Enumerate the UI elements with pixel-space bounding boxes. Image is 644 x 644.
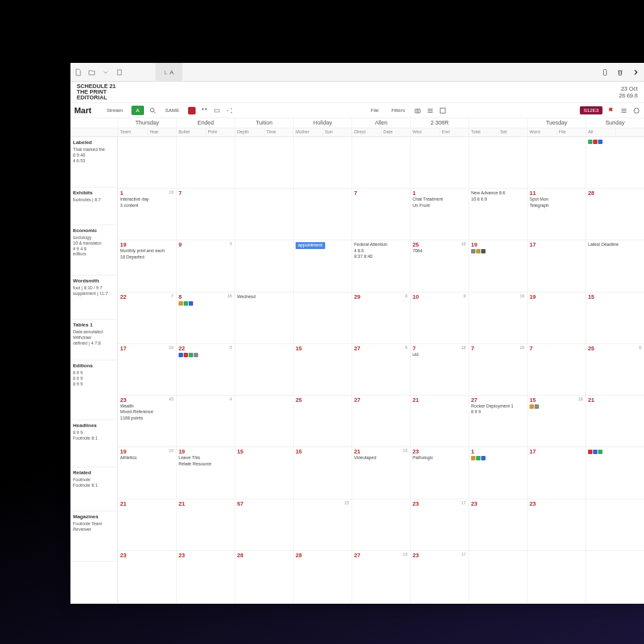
- calendar-cell[interactable]: 1719: [118, 344, 176, 395]
- filters-button[interactable]: Filters: [387, 106, 409, 114]
- calendar-cell[interactable]: 2115Videotaped: [352, 447, 410, 498]
- category-row[interactable]: Wordsmithfoot | 8:10 / 9:7supplement | 1…: [70, 275, 117, 319]
- calendar-cell[interactable]: [410, 137, 469, 188]
- calendar-cell[interactable]: [118, 137, 176, 188]
- calendar-cell[interactable]: 23: [469, 499, 527, 550]
- calendar-cell[interactable]: 28: [293, 551, 352, 602]
- calendar-cell[interactable]: 7: [352, 189, 410, 240]
- calendar-event[interactable]: Leave This: [179, 455, 233, 460]
- calendar-event[interactable]: Monthly print and each: [120, 248, 174, 253]
- calendar-event[interactable]: Wednesd: [237, 294, 291, 299]
- calendar-cell[interactable]: 23: [176, 551, 235, 602]
- calendar-cell[interactable]: [235, 189, 293, 240]
- calendar-event[interactable]: Federal Attention: [354, 242, 408, 247]
- calendar-cell[interactable]: 23: [527, 499, 586, 550]
- calendar-event[interactable]: 18 Departed: [120, 255, 174, 260]
- calendar-event[interactable]: Mixed Reference: [120, 409, 174, 414]
- calendar-event[interactable]: 3 content: [120, 203, 174, 208]
- calendar-cell[interactable]: 57: [235, 499, 293, 550]
- calendar-cell[interactable]: [586, 499, 644, 550]
- calendar-cell[interactable]: 15: [293, 344, 352, 395]
- trash-icon[interactable]: [616, 69, 624, 76]
- category-row[interactable]: Exhibitsfootnotes | 8:7: [70, 187, 117, 225]
- flag-icon[interactable]: [608, 107, 615, 114]
- calendar-cell[interactable]: 1510: [527, 396, 586, 447]
- calendar-cell[interactable]: 2715: [352, 551, 410, 602]
- calendar-event[interactable]: 10 8 6:9: [471, 197, 525, 202]
- folder-icon[interactable]: [88, 69, 96, 76]
- calendar-cell[interactable]: 23: [118, 551, 176, 602]
- calendar-event[interactable]: uid: [413, 352, 467, 357]
- calendar-cell[interactable]: [586, 551, 644, 602]
- calendar-event[interactable]: Spot Mon: [530, 197, 584, 202]
- calendar-cell[interactable]: 27: [352, 396, 410, 447]
- calendar-cell[interactable]: 25: [293, 396, 352, 447]
- calendar-event[interactable]: 4 8:6: [354, 248, 408, 253]
- category-row[interactable]: MagazinesFootnote TeamReviewer: [70, 511, 117, 562]
- calendar-cell[interactable]: [527, 551, 586, 602]
- clipboard-icon[interactable]: [116, 69, 123, 76]
- calendar-cell[interactable]: 278: [352, 344, 410, 395]
- category-row[interactable]: RelatedFootnoteFootnote 8:1: [70, 467, 117, 511]
- camera-icon[interactable]: [414, 107, 421, 114]
- calendar-cell[interactable]: 4: [176, 396, 235, 447]
- grid-icon[interactable]: [201, 107, 208, 114]
- calendar-cell[interactable]: 2317: [410, 551, 469, 602]
- calendar-cell[interactable]: 816: [176, 292, 235, 343]
- calendar-cell[interactable]: [176, 137, 235, 188]
- calendar-cell[interactable]: 718: [469, 344, 527, 395]
- calendar-event[interactable]: 1188 points: [120, 416, 174, 421]
- category-row[interactable]: LabeledThat marked the8 9:404 6:53: [70, 137, 117, 187]
- calendar-cell[interactable]: 1: [469, 447, 527, 498]
- list-icon[interactable]: [426, 107, 434, 114]
- calendar-cell[interactable]: [235, 344, 293, 395]
- print-icon[interactable]: [213, 107, 221, 114]
- category-row[interactable]: Headlines8 9 9Footnote 8:1: [70, 420, 117, 467]
- calendar-cell[interactable]: 225: [176, 344, 235, 395]
- calendar-cell[interactable]: [235, 137, 293, 188]
- category-row[interactable]: Editions8 9 98 9 98 9 9: [70, 360, 117, 420]
- calendar-cell[interactable]: 15: [586, 292, 644, 343]
- calendar-cell[interactable]: 7: [527, 344, 586, 395]
- calendar-cell[interactable]: [586, 137, 644, 188]
- calendar-cell[interactable]: 718uid: [410, 344, 469, 395]
- calendar-cell[interactable]: 15: [293, 447, 352, 498]
- calendar-cell[interactable]: 17: [527, 240, 586, 291]
- calendar-cell[interactable]: 19Monthly print and each18 Departed: [118, 240, 176, 291]
- calendar-event[interactable]: Wealth: [120, 404, 174, 409]
- calendar-cell[interactable]: 15: [293, 499, 352, 550]
- calendar-cell[interactable]: 7: [176, 189, 235, 240]
- calendar-cell[interactable]: [235, 396, 293, 447]
- chevron-down-icon[interactable]: [102, 69, 109, 76]
- calendar-event[interactable]: Latest Deadline: [588, 242, 642, 247]
- calendar-cell[interactable]: [235, 240, 293, 291]
- grid2-icon[interactable]: [439, 107, 447, 114]
- calendar-cell[interactable]: New Advance 8:610 8 6:9: [469, 189, 527, 240]
- calendar-cell[interactable]: 23Pathologic: [410, 447, 469, 498]
- category-row[interactable]: Tables 1Data annotatedWithdrawdefined | …: [70, 319, 117, 360]
- calendar-event[interactable]: Chat Treatment: [413, 197, 467, 202]
- calendar-cell[interactable]: Federal Attention4 8:68:37 8:40: [352, 240, 410, 291]
- calendar-cell[interactable]: 11Spot MonTelegraph: [527, 189, 586, 240]
- calendar-cell[interactable]: 1915Athletics: [118, 447, 176, 498]
- share-icon[interactable]: [226, 107, 233, 114]
- calendar-cell[interactable]: Wednesd: [235, 292, 293, 343]
- category-row[interactable]: Economicsociology10 & translator# 9 4 8e…: [70, 225, 117, 275]
- calendar-event[interactable]: Interactive day: [120, 197, 174, 202]
- calendar-cell[interactable]: 119Interactive day3 content: [118, 189, 176, 240]
- calendar-event[interactable]: 8:37 8:40: [354, 254, 408, 259]
- calendar-cell[interactable]: 1Chat TreatmentUn Front: [410, 189, 469, 240]
- more-icon[interactable]: [633, 107, 640, 114]
- calendar-cell[interactable]: [469, 137, 527, 188]
- stream-button[interactable]: Stream: [103, 106, 126, 114]
- calendar-cell[interactable]: 95: [176, 240, 235, 291]
- calendar-cell[interactable]: 19: [469, 240, 527, 291]
- calendar-cell[interactable]: 19Leave ThisRelate Resource: [176, 447, 235, 498]
- calendar-cell[interactable]: 28: [235, 551, 293, 602]
- calendar-cell[interactable]: appointment: [293, 240, 352, 291]
- calendar-cell[interactable]: [586, 447, 644, 498]
- calendar-cell[interactable]: 227: [118, 292, 176, 343]
- calendar-cell[interactable]: [293, 137, 352, 188]
- chevron-right-icon[interactable]: [631, 68, 640, 77]
- calendar-event[interactable]: Athletics: [120, 455, 174, 460]
